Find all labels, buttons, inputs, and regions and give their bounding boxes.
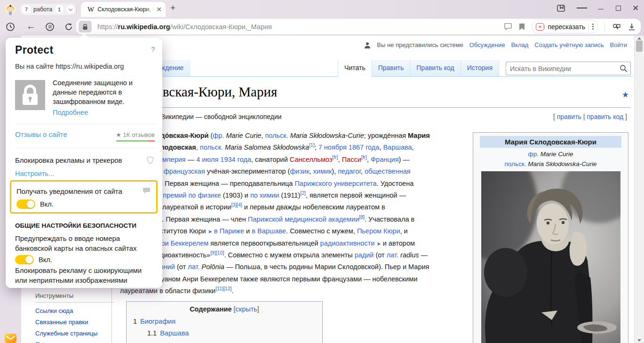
reference-link[interactable]: [3][4]	[231, 202, 242, 208]
personal-link[interactable]: Обсуждение	[469, 41, 505, 48]
text-run: ,	[367, 156, 371, 163]
wiki-link[interactable]: польск.	[200, 144, 223, 151]
wiki-link[interactable]: 7 ноября	[318, 144, 347, 151]
wiki-link[interactable]: Пьером Кюри	[357, 227, 400, 235]
card-warning-label: Предупреждать о вводе номера банковской …	[15, 233, 152, 253]
text-run[interactable]: ➤	[376, 241, 381, 247]
wiki-link[interactable]: Парижского университета	[294, 180, 376, 187]
scroll-down-icon[interactable]	[637, 339, 641, 342]
wiki-link[interactable]: Санселльмоз	[290, 156, 333, 163]
wiki-link[interactable]: 1934 года	[220, 156, 251, 163]
tools-link[interactable]: Связанные правки	[35, 319, 114, 326]
wiki-link[interactable]: химик	[313, 168, 332, 175]
wiki-link[interactable]: лат.	[188, 263, 199, 271]
wiki-link[interactable]: французская	[164, 168, 205, 175]
scroll-up-icon[interactable]	[637, 37, 641, 40]
reference-link[interactable]: [9][10]	[210, 250, 224, 255]
address-bar[interactable]: https://ru.wikipedia.org/wiki/Склодовска…	[76, 19, 641, 34]
refresh-button[interactable]	[64, 22, 73, 33]
wiki-link[interactable]: физик	[290, 168, 309, 175]
wiki-link[interactable]: радий	[355, 251, 374, 259]
toc-item[interactable]: 1Биография	[133, 318, 322, 325]
wiki-link[interactable]: 4 июля	[196, 156, 218, 163]
card-warning-toggle[interactable]	[15, 255, 34, 264]
scrollbar-thumb[interactable]	[636, 40, 643, 52]
wiki-link[interactable]: польск.	[505, 160, 526, 168]
toc-item[interactable]: 1.1Варшава	[147, 329, 322, 337]
reference-link[interactable]: [fr]	[332, 154, 338, 160]
text-run: и первым дважды нобелевским лауреатом в	[242, 203, 385, 211]
wiki-link[interactable]: в Варшаве	[252, 227, 286, 235]
maximize-button[interactable]	[613, 3, 623, 13]
reference-link[interactable]: [11][12]	[215, 286, 231, 291]
site-reviews-link[interactable]: Отзывы о сайте	[15, 130, 67, 138]
tab-close-icon[interactable]: ✕	[156, 6, 162, 13]
mail-button[interactable]	[5, 333, 16, 343]
passwords-icon[interactable]	[612, 23, 621, 31]
wiki-link[interactable]: Франция	[371, 156, 398, 163]
url-text[interactable]: https://ru.wikipedia.org/wiki/Склодовска…	[97, 23, 272, 31]
toc-link[interactable]: Биография	[140, 318, 175, 325]
reference-link[interactable]: [1]	[309, 143, 315, 148]
wiki-link[interactable]: скрыть	[236, 305, 257, 313]
wiki-link[interactable]: Парижской медицинской академии	[248, 215, 359, 223]
new-tab-button[interactable]: +	[170, 3, 175, 13]
side-panel-button[interactable]	[556, 3, 566, 13]
wiki-link[interactable]: фр.	[528, 151, 539, 158]
wiki-link[interactable]: править код	[587, 113, 623, 120]
search-button[interactable]	[620, 64, 628, 74]
personal-link[interactable]: Вклад	[511, 41, 528, 48]
bookmark-icon[interactable]	[519, 23, 525, 31]
wiki-link[interactable]: Варшава	[383, 144, 412, 151]
wiki-link[interactable]: лат.	[387, 251, 398, 259]
notifications-toggle[interactable]	[16, 199, 35, 209]
tab-group-work[interactable]: 7 работа 1	[20, 4, 77, 15]
reference-link[interactable]: [2]	[300, 190, 306, 196]
reference-link[interactable]: [8]	[359, 214, 365, 220]
wiki-link[interactable]: править	[557, 113, 581, 120]
wiki-link[interactable]: 1867 года	[349, 144, 380, 151]
personal-link[interactable]: Создать учётную запись	[534, 41, 604, 48]
tab-group-expand-button[interactable]	[66, 5, 75, 14]
tab-3[interactable]: Править код	[410, 60, 460, 76]
minimize-button[interactable]	[596, 3, 606, 13]
personal-link[interactable]: Войти	[610, 41, 627, 48]
wiki-link[interactable]: по химии	[250, 191, 279, 199]
browser-menu-button[interactable]	[577, 3, 587, 13]
active-browser-tab[interactable]: W Склодовская-Кюри, Ма ✕	[81, 2, 166, 17]
comments-icon[interactable]	[504, 23, 512, 31]
history-button[interactable]	[6, 22, 15, 33]
close-window-button[interactable]: ✕	[630, 3, 641, 13]
tools-link[interactable]: Ссылки сюда	[35, 307, 114, 314]
tools-link[interactable]: Служебные страницы	[35, 330, 114, 337]
watch-star-icon[interactable]: ★	[622, 90, 629, 100]
profile-avatar[interactable]	[5, 4, 16, 15]
tab-4[interactable]: История	[461, 60, 499, 76]
downloads-icon[interactable]	[628, 23, 636, 31]
yandex-home-button[interactable]: Я	[45, 22, 55, 33]
toc-hide-link[interactable]: [скрыть]	[234, 305, 259, 313]
site-security-button[interactable]	[79, 21, 92, 32]
wiki-link[interactable]: в Париже	[214, 227, 244, 235]
tools-link[interactable]: Постоянная ссылка	[35, 341, 114, 343]
tab-1[interactable]: Читать	[338, 60, 372, 77]
wiki-link[interactable]: польск.	[265, 132, 288, 139]
wiki-link[interactable]: фр.	[213, 132, 224, 139]
protect-help-link[interactable]: ?	[151, 46, 155, 53]
details-link[interactable]: Подробнее	[53, 109, 88, 116]
wiki-link[interactable]: педагог	[338, 168, 361, 175]
wiki-link[interactable]: радиоактивности	[320, 239, 375, 247]
reference-link[interactable]: [fr]	[361, 154, 367, 160]
wiki-link[interactable]: общественная	[365, 168, 411, 175]
wiki-link[interactable]: Пасси	[342, 156, 361, 163]
page-scrollbar[interactable]	[634, 36, 644, 343]
portrait-photo[interactable]	[481, 171, 620, 343]
search-input[interactable]	[506, 62, 631, 75]
text-run[interactable]: ➤	[208, 229, 212, 234]
toc-link[interactable]: Варшава	[160, 329, 189, 337]
tab-2[interactable]: Править	[372, 60, 410, 76]
rephrase-more-button[interactable]	[592, 23, 594, 31]
back-button[interactable]: ←	[26, 21, 36, 32]
configure-link[interactable]: Настроить...	[15, 170, 54, 177]
rephrase-button[interactable]: « пересказать	[532, 20, 598, 33]
